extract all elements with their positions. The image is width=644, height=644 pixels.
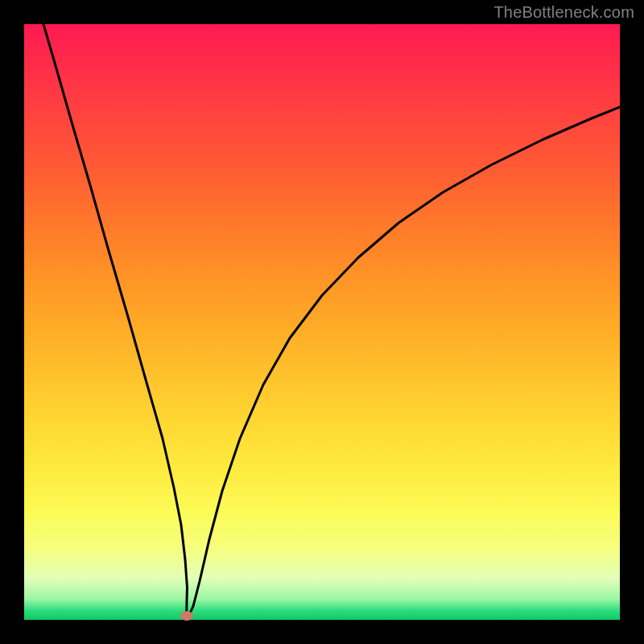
bottleneck-curve bbox=[24, 24, 620, 620]
chart-container: TheBottleneck.com bbox=[0, 0, 644, 644]
plot-area bbox=[24, 24, 620, 620]
curve-path bbox=[43, 24, 620, 616]
optimal-point-marker bbox=[180, 611, 193, 621]
watermark-text: TheBottleneck.com bbox=[493, 3, 634, 22]
